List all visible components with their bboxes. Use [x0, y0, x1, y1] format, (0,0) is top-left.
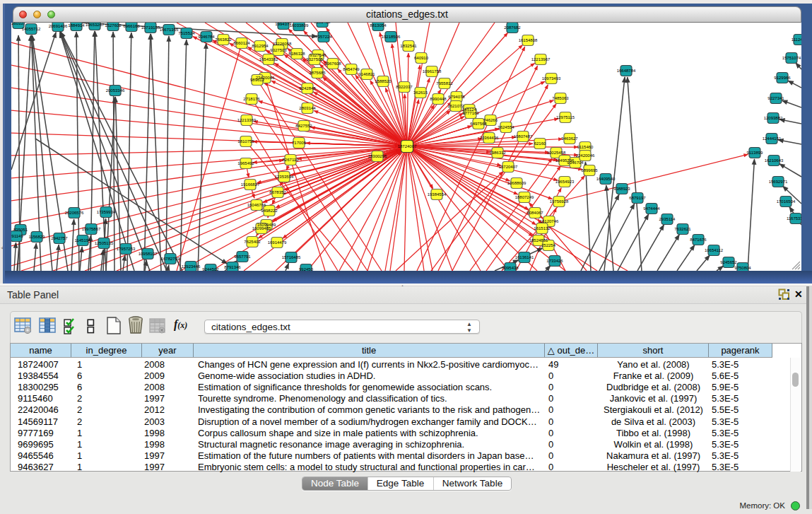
svg-text:1810755: 1810755: [237, 139, 254, 144]
svg-text:18524851: 18524851: [529, 238, 548, 243]
svg-text:1112461: 1112461: [792, 37, 801, 42]
svg-text:9346704: 9346704: [567, 160, 584, 165]
svg-text:16543382: 16543382: [259, 57, 278, 62]
svg-text:23226058: 23226058: [273, 42, 292, 46]
svg-text:1588520: 1588520: [375, 79, 392, 83]
svg-text:9657791: 9657791: [234, 255, 251, 259]
svg-text:16914479: 16914479: [268, 240, 287, 245]
svg-text:1615132: 1615132: [534, 226, 551, 230]
svg-text:10653267: 10653267: [86, 23, 105, 27]
svg-text:19166827: 19166827: [241, 182, 260, 187]
svg-text:2967608: 2967608: [324, 62, 341, 66]
svg-text:10025458: 10025458: [547, 151, 566, 155]
svg-text:20206576: 20206576: [65, 211, 84, 215]
svg-text:8471676: 8471676: [690, 238, 707, 242]
svg-text:1145194: 1145194: [75, 238, 92, 243]
svg-text:12975115: 12975115: [556, 115, 575, 119]
svg-text:62160: 62160: [534, 141, 546, 146]
svg-text:8660124: 8660124: [233, 41, 250, 45]
svg-text:20053346: 20053346: [106, 88, 125, 93]
svg-text:12353594: 12353594: [275, 175, 294, 179]
svg-text:9227341: 9227341: [767, 96, 784, 100]
svg-text:17957253: 17957253: [117, 247, 136, 251]
svg-text:9115460: 9115460: [577, 145, 594, 149]
svg-text:9244502: 9244502: [202, 267, 219, 271]
svg-text:7515524: 7515524: [178, 31, 195, 35]
svg-text:12505135: 12505135: [95, 241, 114, 245]
svg-text:9113899: 9113899: [747, 151, 764, 155]
svg-text:9498222: 9498222: [261, 209, 278, 213]
svg-text:3624554: 3624554: [498, 125, 514, 129]
svg-text:18724007: 18724007: [398, 144, 417, 148]
svg-text:6497568: 6497568: [470, 122, 487, 126]
svg-text:7986312: 7986312: [489, 151, 506, 155]
svg-text:7357224: 7357224: [315, 35, 332, 39]
svg-text:2942757: 2942757: [51, 236, 68, 240]
svg-text:15692971: 15692971: [769, 180, 788, 184]
svg-text:362615: 362615: [413, 90, 428, 95]
svg-text:19218506: 19218506: [382, 35, 401, 39]
svg-text:10807487: 10807487: [514, 134, 533, 139]
svg-text:9346784: 9346784: [198, 35, 215, 39]
svg-text:7625402: 7625402: [244, 240, 261, 244]
svg-text:9146821: 9146821: [358, 72, 375, 76]
svg-text:12213369: 12213369: [237, 118, 257, 122]
svg-text:15720407: 15720407: [499, 165, 518, 169]
svg-text:12093882: 12093882: [764, 116, 783, 120]
svg-text:8813054: 8813054: [370, 23, 387, 28]
svg-text:16671355: 16671355: [160, 28, 179, 32]
svg-text:16409540: 16409540: [596, 177, 616, 181]
svg-text:3875685: 3875685: [309, 71, 326, 75]
svg-text:8095438: 8095438: [502, 266, 519, 270]
svg-text:6794078: 6794078: [448, 95, 465, 99]
svg-text:20364436: 20364436: [480, 136, 499, 140]
svg-text:9129966: 9129966: [774, 76, 791, 80]
svg-text:16046766: 16046766: [247, 203, 266, 207]
svg-text:8322037: 8322037: [396, 85, 413, 89]
svg-text:9463627: 9463627: [561, 136, 578, 141]
svg-text:19654923: 19654923: [555, 180, 575, 184]
svg-text:7955812: 7955812: [436, 81, 453, 86]
svg-text:18807249: 18807249: [515, 195, 534, 199]
svg-text:6899695: 6899695: [581, 168, 598, 173]
svg-text:16210643: 16210643: [765, 158, 784, 163]
svg-text:8912954: 8912954: [252, 44, 269, 48]
svg-text:8990448: 8990448: [430, 97, 447, 101]
svg-text:8427552: 8427552: [295, 124, 312, 128]
svg-text:9084067: 9084067: [526, 211, 543, 215]
svg-text:2087682: 2087682: [504, 25, 521, 30]
svg-text:19975867: 19975867: [82, 227, 101, 231]
svg-text:717006: 717006: [292, 141, 307, 145]
svg-text:7485063: 7485063: [552, 96, 569, 100]
svg-text:1884914: 1884914: [68, 23, 85, 28]
svg-text:1832541: 1832541: [400, 44, 417, 48]
svg-text:9750804: 9750804: [734, 266, 751, 270]
svg-text:10719155: 10719155: [141, 25, 160, 30]
svg-text:12213967: 12213967: [531, 57, 551, 62]
svg-text:10958107: 10958107: [139, 252, 158, 256]
svg-text:835051: 835051: [13, 228, 28, 232]
svg-text:12444151: 12444151: [763, 136, 782, 141]
svg-text:20691406: 20691406: [49, 24, 68, 28]
svg-text:1733426: 1733426: [546, 259, 563, 263]
svg-text:16648784: 16648784: [617, 69, 636, 73]
svg-text:8267110: 8267110: [283, 158, 300, 162]
svg-text:8791346: 8791346: [224, 265, 241, 269]
svg-text:16120746: 16120746: [540, 219, 559, 223]
svg-text:252254: 252254: [541, 243, 556, 247]
svg-text:8186328: 8186328: [288, 52, 305, 56]
svg-text:17016504: 17016504: [777, 199, 796, 204]
svg-text:2803144: 2803144: [299, 106, 316, 110]
svg-text:10961758: 10961758: [423, 69, 442, 74]
svg-text:7663822: 7663822: [215, 37, 232, 42]
svg-text:160337: 160337: [11, 23, 26, 25]
svg-text:1965492: 1965492: [237, 161, 254, 165]
svg-text:6879197: 6879197: [629, 196, 646, 200]
svg-text:9388923: 9388923: [613, 187, 630, 191]
svg-text:18300295: 18300295: [368, 154, 387, 158]
svg-text:16782759: 16782759: [161, 257, 180, 261]
svg-text:9777169: 9777169: [462, 111, 479, 115]
svg-text:17359934: 17359934: [97, 210, 116, 214]
svg-text:8678352: 8678352: [269, 190, 286, 194]
svg-text:9245652: 9245652: [720, 260, 737, 264]
